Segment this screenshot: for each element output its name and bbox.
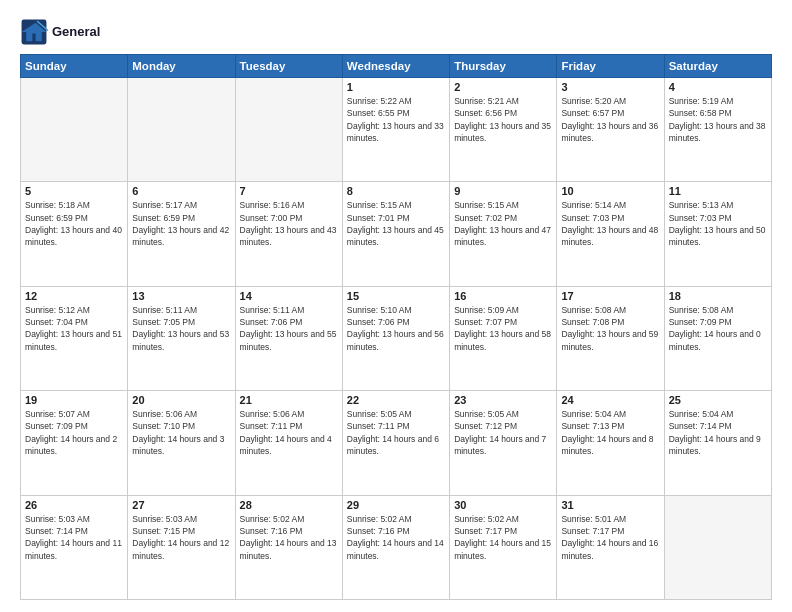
day-number: 4 bbox=[669, 81, 767, 93]
weekday-header-friday: Friday bbox=[557, 55, 664, 78]
calendar-cell: 17Sunrise: 5:08 AMSunset: 7:08 PMDayligh… bbox=[557, 286, 664, 390]
weekday-header-saturday: Saturday bbox=[664, 55, 771, 78]
weekday-header-sunday: Sunday bbox=[21, 55, 128, 78]
calendar-cell: 21Sunrise: 5:06 AMSunset: 7:11 PMDayligh… bbox=[235, 391, 342, 495]
day-info: Sunrise: 5:04 AMSunset: 7:13 PMDaylight:… bbox=[561, 408, 659, 457]
day-info: Sunrise: 5:19 AMSunset: 6:58 PMDaylight:… bbox=[669, 95, 767, 144]
calendar-cell: 8Sunrise: 5:15 AMSunset: 7:01 PMDaylight… bbox=[342, 182, 449, 286]
day-number: 14 bbox=[240, 290, 338, 302]
day-info: Sunrise: 5:13 AMSunset: 7:03 PMDaylight:… bbox=[669, 199, 767, 248]
page: General SundayMondayTuesdayWednesdayThur… bbox=[0, 0, 792, 612]
weekday-header-thursday: Thursday bbox=[450, 55, 557, 78]
day-number: 23 bbox=[454, 394, 552, 406]
day-number: 15 bbox=[347, 290, 445, 302]
calendar-week-3: 12Sunrise: 5:12 AMSunset: 7:04 PMDayligh… bbox=[21, 286, 772, 390]
calendar-cell: 15Sunrise: 5:10 AMSunset: 7:06 PMDayligh… bbox=[342, 286, 449, 390]
calendar-cell: 23Sunrise: 5:05 AMSunset: 7:12 PMDayligh… bbox=[450, 391, 557, 495]
calendar-week-5: 26Sunrise: 5:03 AMSunset: 7:14 PMDayligh… bbox=[21, 495, 772, 599]
day-number: 12 bbox=[25, 290, 123, 302]
day-number: 26 bbox=[25, 499, 123, 511]
day-info: Sunrise: 5:21 AMSunset: 6:56 PMDaylight:… bbox=[454, 95, 552, 144]
day-info: Sunrise: 5:20 AMSunset: 6:57 PMDaylight:… bbox=[561, 95, 659, 144]
day-info: Sunrise: 5:02 AMSunset: 7:16 PMDaylight:… bbox=[347, 513, 445, 562]
calendar-cell: 13Sunrise: 5:11 AMSunset: 7:05 PMDayligh… bbox=[128, 286, 235, 390]
day-info: Sunrise: 5:10 AMSunset: 7:06 PMDaylight:… bbox=[347, 304, 445, 353]
calendar-cell bbox=[128, 78, 235, 182]
day-info: Sunrise: 5:03 AMSunset: 7:14 PMDaylight:… bbox=[25, 513, 123, 562]
calendar-cell: 25Sunrise: 5:04 AMSunset: 7:14 PMDayligh… bbox=[664, 391, 771, 495]
calendar-cell: 27Sunrise: 5:03 AMSunset: 7:15 PMDayligh… bbox=[128, 495, 235, 599]
calendar-cell: 16Sunrise: 5:09 AMSunset: 7:07 PMDayligh… bbox=[450, 286, 557, 390]
calendar-week-4: 19Sunrise: 5:07 AMSunset: 7:09 PMDayligh… bbox=[21, 391, 772, 495]
calendar-cell: 4Sunrise: 5:19 AMSunset: 6:58 PMDaylight… bbox=[664, 78, 771, 182]
day-info: Sunrise: 5:15 AMSunset: 7:01 PMDaylight:… bbox=[347, 199, 445, 248]
calendar-cell: 31Sunrise: 5:01 AMSunset: 7:17 PMDayligh… bbox=[557, 495, 664, 599]
calendar-cell: 5Sunrise: 5:18 AMSunset: 6:59 PMDaylight… bbox=[21, 182, 128, 286]
calendar-week-2: 5Sunrise: 5:18 AMSunset: 6:59 PMDaylight… bbox=[21, 182, 772, 286]
day-number: 31 bbox=[561, 499, 659, 511]
calendar-table: SundayMondayTuesdayWednesdayThursdayFrid… bbox=[20, 54, 772, 600]
day-number: 13 bbox=[132, 290, 230, 302]
weekday-header-wednesday: Wednesday bbox=[342, 55, 449, 78]
calendar-cell: 19Sunrise: 5:07 AMSunset: 7:09 PMDayligh… bbox=[21, 391, 128, 495]
day-number: 18 bbox=[669, 290, 767, 302]
calendar-cell: 11Sunrise: 5:13 AMSunset: 7:03 PMDayligh… bbox=[664, 182, 771, 286]
day-number: 11 bbox=[669, 185, 767, 197]
day-info: Sunrise: 5:22 AMSunset: 6:55 PMDaylight:… bbox=[347, 95, 445, 144]
day-number: 5 bbox=[25, 185, 123, 197]
day-info: Sunrise: 5:11 AMSunset: 7:05 PMDaylight:… bbox=[132, 304, 230, 353]
day-info: Sunrise: 5:01 AMSunset: 7:17 PMDaylight:… bbox=[561, 513, 659, 562]
day-info: Sunrise: 5:05 AMSunset: 7:12 PMDaylight:… bbox=[454, 408, 552, 457]
day-info: Sunrise: 5:14 AMSunset: 7:03 PMDaylight:… bbox=[561, 199, 659, 248]
day-number: 25 bbox=[669, 394, 767, 406]
day-number: 27 bbox=[132, 499, 230, 511]
day-info: Sunrise: 5:04 AMSunset: 7:14 PMDaylight:… bbox=[669, 408, 767, 457]
day-info: Sunrise: 5:17 AMSunset: 6:59 PMDaylight:… bbox=[132, 199, 230, 248]
day-number: 2 bbox=[454, 81, 552, 93]
day-number: 20 bbox=[132, 394, 230, 406]
calendar-cell: 26Sunrise: 5:03 AMSunset: 7:14 PMDayligh… bbox=[21, 495, 128, 599]
day-number: 21 bbox=[240, 394, 338, 406]
calendar-cell: 22Sunrise: 5:05 AMSunset: 7:11 PMDayligh… bbox=[342, 391, 449, 495]
day-number: 24 bbox=[561, 394, 659, 406]
day-info: Sunrise: 5:18 AMSunset: 6:59 PMDaylight:… bbox=[25, 199, 123, 248]
day-number: 17 bbox=[561, 290, 659, 302]
calendar-cell: 10Sunrise: 5:14 AMSunset: 7:03 PMDayligh… bbox=[557, 182, 664, 286]
day-info: Sunrise: 5:06 AMSunset: 7:10 PMDaylight:… bbox=[132, 408, 230, 457]
day-info: Sunrise: 5:05 AMSunset: 7:11 PMDaylight:… bbox=[347, 408, 445, 457]
logo-icon bbox=[20, 18, 48, 46]
day-info: Sunrise: 5:02 AMSunset: 7:17 PMDaylight:… bbox=[454, 513, 552, 562]
day-info: Sunrise: 5:15 AMSunset: 7:02 PMDaylight:… bbox=[454, 199, 552, 248]
day-number: 10 bbox=[561, 185, 659, 197]
calendar-cell bbox=[235, 78, 342, 182]
day-number: 3 bbox=[561, 81, 659, 93]
calendar-cell: 7Sunrise: 5:16 AMSunset: 7:00 PMDaylight… bbox=[235, 182, 342, 286]
calendar-cell: 9Sunrise: 5:15 AMSunset: 7:02 PMDaylight… bbox=[450, 182, 557, 286]
day-number: 28 bbox=[240, 499, 338, 511]
calendar-cell: 2Sunrise: 5:21 AMSunset: 6:56 PMDaylight… bbox=[450, 78, 557, 182]
calendar-cell bbox=[664, 495, 771, 599]
weekday-header-row: SundayMondayTuesdayWednesdayThursdayFrid… bbox=[21, 55, 772, 78]
day-info: Sunrise: 5:12 AMSunset: 7:04 PMDaylight:… bbox=[25, 304, 123, 353]
day-number: 8 bbox=[347, 185, 445, 197]
weekday-header-tuesday: Tuesday bbox=[235, 55, 342, 78]
calendar-cell: 14Sunrise: 5:11 AMSunset: 7:06 PMDayligh… bbox=[235, 286, 342, 390]
day-info: Sunrise: 5:08 AMSunset: 7:09 PMDaylight:… bbox=[669, 304, 767, 353]
header: General bbox=[20, 18, 772, 46]
day-number: 29 bbox=[347, 499, 445, 511]
calendar-cell: 20Sunrise: 5:06 AMSunset: 7:10 PMDayligh… bbox=[128, 391, 235, 495]
day-info: Sunrise: 5:03 AMSunset: 7:15 PMDaylight:… bbox=[132, 513, 230, 562]
day-info: Sunrise: 5:09 AMSunset: 7:07 PMDaylight:… bbox=[454, 304, 552, 353]
day-info: Sunrise: 5:08 AMSunset: 7:08 PMDaylight:… bbox=[561, 304, 659, 353]
calendar-cell: 30Sunrise: 5:02 AMSunset: 7:17 PMDayligh… bbox=[450, 495, 557, 599]
calendar-cell: 18Sunrise: 5:08 AMSunset: 7:09 PMDayligh… bbox=[664, 286, 771, 390]
day-number: 30 bbox=[454, 499, 552, 511]
logo: General bbox=[20, 18, 100, 46]
calendar-cell: 6Sunrise: 5:17 AMSunset: 6:59 PMDaylight… bbox=[128, 182, 235, 286]
day-number: 6 bbox=[132, 185, 230, 197]
day-number: 19 bbox=[25, 394, 123, 406]
day-info: Sunrise: 5:11 AMSunset: 7:06 PMDaylight:… bbox=[240, 304, 338, 353]
calendar-cell bbox=[21, 78, 128, 182]
day-info: Sunrise: 5:16 AMSunset: 7:00 PMDaylight:… bbox=[240, 199, 338, 248]
day-info: Sunrise: 5:02 AMSunset: 7:16 PMDaylight:… bbox=[240, 513, 338, 562]
